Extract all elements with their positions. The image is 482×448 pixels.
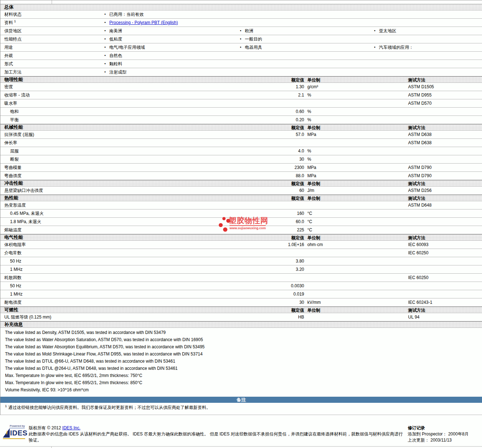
row-label: 1.8 MPa, 未退火 — [0, 218, 41, 226]
section-title: 机械性能 — [4, 124, 23, 130]
disclaimer-text: 此数据表中的信息由 IDES 从该材料的生产商处获得。 IDES 尽最大努力确保… — [29, 431, 405, 443]
row-label: 外观 — [0, 52, 13, 60]
table-row: 断裂30% — [0, 155, 482, 164]
table-row: 50 Hz3.80 — [0, 257, 482, 265]
row-method: IEC 60093 — [408, 241, 429, 249]
row-value: 0.60 — [296, 108, 304, 115]
table-row: 供货地区 •南美洲 •欧洲 •亚太地区 — [0, 27, 482, 35]
row-label: 弯曲强度 — [0, 172, 22, 180]
column-header-method: 测试方法 — [408, 195, 425, 201]
column-header-rated: 额定值 — [291, 195, 304, 201]
row-value: 57.0 — [296, 131, 304, 138]
row-label: 材料状态 — [0, 10, 22, 18]
section-header-general: 总体 — [0, 4, 482, 10]
row-value: 88.0 — [296, 172, 304, 180]
footnote-number: 1 — [5, 404, 7, 408]
column-header-rated: 额定值 — [291, 181, 304, 187]
row-label: 耗散因数 — [0, 274, 22, 282]
section-header-electrical: 电气性能 额定值 单位制 测试方法 — [0, 234, 482, 241]
table-row: 体积电阻率1.0E+16ohm·cmIEC 60093 — [0, 241, 482, 249]
row-label: UL 阻燃等级 (0.125 mm) — [0, 313, 51, 321]
table-row: 耐电强度30kV/mmIEC 60243-1 — [0, 298, 482, 307]
row-value: 电气/电子应用领域 — [109, 45, 145, 50]
row-unit: % — [307, 108, 311, 115]
row-label: 耐电强度 — [0, 298, 22, 306]
row-value: 2300 — [294, 164, 304, 171]
footnote-row: 1通过这些链接您能够访问供应商资料。我们尽量保证及时更新资料；不过您可以从供应商… — [0, 403, 482, 415]
table-row: 饱和0.60% — [0, 108, 482, 116]
top-strip — [0, 0, 482, 4]
row-label: 弯曲模量 — [0, 164, 22, 171]
revision-updated: 上次更新： 2003/11/13 — [408, 437, 469, 443]
section-title: 补充信息 — [4, 322, 23, 327]
column-header-method: 测试方法 — [408, 181, 425, 187]
column-header-rated: 额定值 — [291, 235, 304, 241]
note-line: The value listed as Water Absorption Sat… — [0, 336, 482, 343]
row-unit: kV/mm — [307, 298, 321, 306]
column-header-method: 测试方法 — [408, 77, 425, 83]
table-row: 悬壁梁缺口冲击强度60J/mASTM D256 — [0, 187, 482, 195]
row-value: 电器用具 — [245, 45, 262, 50]
table-row: 收缩率 - 流动2.1%ASTM D955 — [0, 91, 482, 99]
row-label: 收缩率 - 流动 — [0, 91, 30, 99]
column-header-rated: 额定值 — [291, 307, 304, 313]
row-label: 资料 1 — [0, 19, 16, 27]
table-row: 50 Hz0.0030 — [0, 282, 482, 290]
row-method: IEC 60243-1 — [408, 298, 432, 306]
row-value: 1.30 — [296, 83, 304, 91]
row-unit: MPa — [307, 172, 316, 180]
row-unit: °C — [307, 218, 312, 226]
row-unit: % — [307, 116, 311, 124]
row-value: 欧洲 — [245, 28, 254, 33]
section-title: 热性能 — [4, 195, 18, 201]
table-row: 平衡0.20% — [0, 116, 482, 124]
row-unit: °C — [307, 226, 312, 234]
section-title: 总体 — [4, 4, 14, 10]
note-line: The value listed as Density, ASTM D1505,… — [0, 329, 482, 336]
row-unit: MPa — [307, 164, 316, 171]
row-method: UL 94 — [408, 313, 420, 321]
table-row: 熔融温度225°C — [0, 226, 482, 234]
row-value: 60.0 — [296, 218, 304, 226]
row-label: 性能特点 — [0, 35, 22, 43]
bullet-icon: • — [240, 43, 241, 51]
note-line: The value listed as Mold Shrinkage-Linea… — [0, 350, 482, 358]
row-label: 1 MHz — [0, 265, 23, 273]
table-row: 弯曲强度88.0MPaASTM D790 — [0, 172, 482, 180]
section-header-supplementary: 补充信息 — [0, 321, 482, 328]
row-label: 熔融温度 — [0, 226, 22, 234]
row-label: 抗张强度 (屈服) — [0, 131, 34, 138]
row-label: 50 Hz — [0, 257, 21, 265]
row-value: 160 — [297, 209, 304, 217]
row-label: 体积电阻率 — [0, 241, 26, 249]
row-value: 自然色 — [109, 53, 122, 58]
column-header-unit: 单位制 — [307, 125, 320, 131]
row-method: ASTM D648 — [408, 201, 431, 209]
divider — [52, 0, 52, 4]
section-header-physical: 物理性能 额定值 单位制 测试方法 — [0, 76, 482, 83]
row-value: 汽车领域的应用： — [379, 45, 414, 50]
row-value: 南美洲 — [109, 28, 122, 33]
row-value: 2.1 — [298, 91, 304, 99]
datasheet-link[interactable]: Processing - Polyram PBT (English) — [109, 20, 178, 25]
copyright-line: 版权所有 © 2012 IDES Inc. — [29, 425, 405, 431]
bullet-icon: • — [104, 51, 106, 59]
column-header-rated: 额定值 — [291, 77, 304, 83]
row-value: 0.20 — [296, 116, 304, 124]
bullet-icon: • — [374, 27, 375, 34]
table-row: 形式 •颗粒料 — [0, 60, 482, 68]
note-line: The value listed as DTUL @264-U, ASTM D6… — [0, 365, 482, 372]
bullet-icon: • — [104, 18, 106, 26]
row-unit: % — [307, 147, 311, 155]
row-unit: °C — [307, 209, 312, 217]
row-label: 加工方法 — [0, 68, 22, 76]
row-method: ASTM D256 — [408, 187, 431, 194]
table-row: 1.8 MPa, 未退火60.0°C — [0, 218, 482, 226]
row-label: 伸长率 — [0, 139, 17, 147]
table-row: 热变形温度ASTM D648 — [0, 201, 482, 209]
row-label: 介电常数 — [0, 249, 22, 257]
bullet-icon: • — [374, 43, 375, 51]
ides-inc-link[interactable]: IDES Inc. — [62, 425, 81, 430]
row-unit: % — [307, 155, 311, 163]
row-label: 平衡 — [0, 116, 19, 124]
